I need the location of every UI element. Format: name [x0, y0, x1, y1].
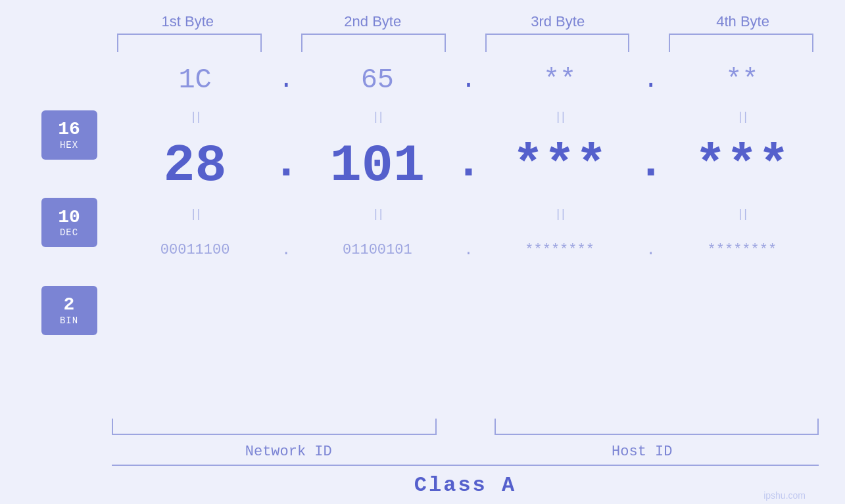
- bin-sep-1: .: [281, 241, 291, 259]
- eq1-4: ||: [737, 110, 748, 124]
- dec-val-1: 28: [164, 136, 227, 196]
- hex-sep-3: .: [643, 65, 659, 95]
- equals-row-2: || || || ||: [118, 205, 819, 223]
- bottom-area: Network ID Host ID Class A ipshu.com: [0, 419, 845, 504]
- hex-row: 1C . 65 . ** . **: [118, 52, 819, 108]
- byte-header-3: 3rd Byte: [485, 13, 630, 30]
- bin-badge: 2 BIN: [41, 286, 97, 335]
- network-bottom-bracket: [112, 419, 437, 435]
- byte-header-4: 4th Byte: [671, 13, 815, 30]
- dec-sep-3: .: [637, 137, 665, 189]
- top-bracket-4: [669, 34, 813, 52]
- top-bracket-1: [117, 34, 262, 52]
- bin-val-1: 00011100: [160, 242, 230, 258]
- bin-val-2: 01100101: [343, 242, 412, 258]
- hex-sep-2: .: [460, 65, 476, 95]
- bin-row: 00011100 . 01100101 . ******** .: [118, 223, 819, 276]
- dec-val-2: 101: [330, 136, 425, 196]
- main-container: 1st Byte 2nd Byte 3rd Byte 4th Byte 16 H…: [0, 0, 845, 504]
- bin-val-4: ********: [708, 242, 777, 258]
- eq2-3: ||: [554, 208, 565, 221]
- eq1-2: ||: [372, 110, 383, 124]
- byte-header-1: 1st Byte: [115, 13, 260, 30]
- eq1-1: ||: [190, 110, 201, 124]
- top-bracket-3: [485, 34, 630, 52]
- dec-row: 28 . 101 . *** . ***: [118, 126, 819, 205]
- network-id-label: Network ID: [245, 444, 332, 460]
- class-row: Class A ipshu.com: [112, 465, 819, 504]
- eq1-3: ||: [554, 110, 565, 124]
- id-labels: Network ID Host ID: [112, 438, 819, 465]
- bin-val-3: ********: [525, 242, 594, 258]
- id-brackets: [112, 419, 819, 438]
- eq2-4: ||: [737, 208, 748, 221]
- byte-header-2: 2nd Byte: [301, 13, 445, 30]
- host-id-label: Host ID: [612, 444, 672, 460]
- bottom-brackets: [118, 279, 819, 302]
- hex-val-1: 1C: [178, 64, 211, 96]
- dec-val-3: ***: [512, 136, 607, 196]
- bin-sep-3: .: [646, 241, 656, 259]
- badges-column: 16 HEX 10 DEC 2 BIN: [26, 52, 112, 354]
- eq2-2: ||: [372, 208, 383, 221]
- dec-val-4: ***: [694, 136, 789, 196]
- hex-val-2: 65: [361, 64, 394, 96]
- watermark: ipshu.com: [763, 490, 806, 501]
- bin-sep-2: .: [464, 241, 473, 259]
- dec-badge: 10 DEC: [41, 198, 97, 247]
- hex-val-3: **: [543, 64, 576, 96]
- host-bottom-bracket: [495, 419, 819, 435]
- dec-sep-1: .: [272, 137, 300, 189]
- top-bracket-2: [301, 34, 446, 52]
- equals-row-1: || || || ||: [118, 108, 819, 126]
- dec-sep-2: .: [454, 137, 482, 189]
- hex-badge: 16 HEX: [41, 110, 97, 160]
- class-label: Class A: [414, 473, 516, 497]
- eq2-1: ||: [190, 208, 201, 221]
- hex-sep-1: .: [278, 65, 294, 95]
- hex-val-4: **: [725, 64, 758, 96]
